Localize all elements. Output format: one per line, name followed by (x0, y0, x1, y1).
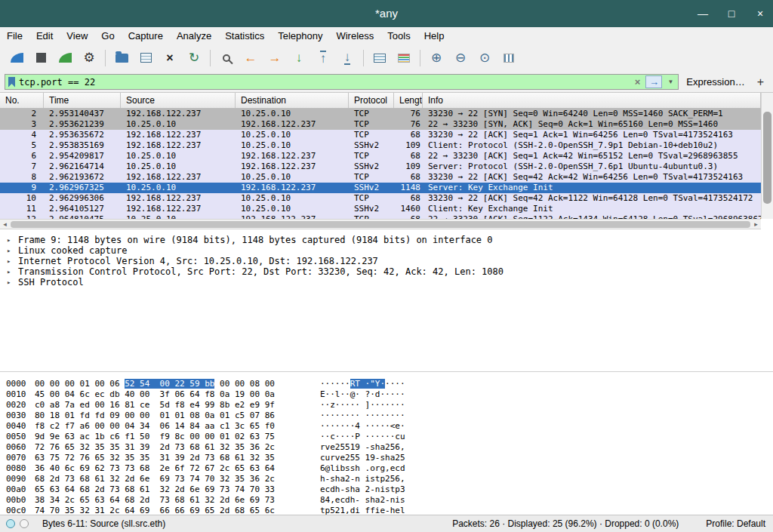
menu-wireless[interactable]: Wireless (329, 27, 380, 44)
hscroll-left-arrow-icon[interactable]: ◂ (0, 220, 10, 229)
menu-analyze[interactable]: Analyze (170, 27, 218, 44)
hex-bytes[interactable]: 38 34 2c 65 63 64 68 2d 73 68 61 32 2d 6… (35, 495, 300, 506)
detail-line-2[interactable]: ▸Linux cooked capture (0, 245, 773, 256)
expand-arrow-icon[interactable]: ▸ (7, 256, 11, 266)
vscrollbar-thumb[interactable] (763, 112, 771, 204)
packet-row-10[interactable]: 102.962996306192.168.122.23710.25.0.10TC… (0, 193, 761, 204)
hex-row-0050[interactable]: 00509d 9e 63 ac 1b c6 f1 50 f9 8c 00 00 … (0, 432, 773, 442)
zoom-out-icon[interactable]: ⊖ (449, 48, 472, 69)
menu-tools[interactable]: Tools (380, 27, 417, 44)
filter-add-button[interactable]: + (753, 75, 768, 89)
hex-ascii[interactable]: rve25519 -sha256, (320, 442, 405, 453)
column-header-length[interactable]: Length (394, 93, 423, 108)
title-bar[interactable]: *any — □ × (0, 0, 773, 27)
hex-ascii[interactable]: ······RT ·"Y····· (320, 379, 405, 389)
hex-ascii[interactable]: 84,ecdh- sha2-nis (320, 495, 405, 506)
hscroll-right-arrow-icon[interactable]: ▸ (751, 220, 761, 229)
menu-telephony[interactable]: Telephony (271, 27, 329, 44)
expand-arrow-icon[interactable]: ▸ (7, 235, 11, 245)
hex-ascii[interactable]: ··z····· ]······· (320, 400, 405, 411)
filter-dropdown-icon[interactable]: ▼ (666, 78, 675, 85)
packet-row-9[interactable]: 92.96296732510.25.0.10192.168.122.237SSH… (0, 183, 761, 193)
column-header-no[interactable]: No. (0, 93, 44, 108)
capture-start-icon[interactable] (5, 48, 28, 69)
file-close-icon[interactable]: × (159, 48, 181, 69)
go-last-icon[interactable]: ↓ (336, 48, 359, 69)
capture-options-icon[interactable]: ⚙ (78, 48, 100, 69)
hex-row-0060[interactable]: 006072 76 65 32 35 35 31 39 2d 73 68 61 … (0, 442, 773, 453)
hex-row-0080[interactable]: 008036 40 6c 69 62 73 73 68 2e 6f 72 67 … (0, 463, 773, 474)
column-header-source[interactable]: Source (121, 93, 236, 108)
hex-row-0020[interactable]: 0020c0 a8 7a ed 00 16 81 ce 5d f8 e4 99 … (0, 400, 773, 411)
reload-icon[interactable]: ↻ (183, 48, 205, 69)
packet-row-3[interactable]: 32.95362123910.25.0.10192.168.122.237TCP… (0, 119, 761, 130)
hex-row-0040[interactable]: 0040f8 c2 f7 a6 00 00 04 34 06 14 84 aa … (0, 421, 773, 432)
hex-row-0030[interactable]: 003080 18 01 fd fd 09 00 00 01 01 08 0a … (0, 411, 773, 421)
menu-capture[interactable]: Capture (122, 27, 170, 44)
menu-statistics[interactable]: Statistics (218, 27, 271, 44)
menu-go[interactable]: Go (94, 27, 121, 44)
auto-scroll-icon[interactable] (368, 48, 391, 69)
filter-text[interactable]: tcp.port == 22 (19, 77, 630, 88)
file-save-icon[interactable] (134, 48, 157, 69)
column-header-destination[interactable]: Destination (236, 93, 349, 108)
find-icon[interactable] (215, 48, 238, 69)
go-back-icon[interactable]: ← (239, 48, 262, 69)
capture-restart-icon[interactable] (54, 48, 76, 69)
hscrollbar-thumb[interactable] (11, 221, 750, 228)
packet-row-11[interactable]: 112.964105127192.168.122.23710.25.0.10SS… (0, 204, 761, 214)
menu-file[interactable]: File (0, 27, 29, 44)
column-header-time[interactable]: Time (44, 93, 121, 108)
packet-list-hscrollbar[interactable]: ◂ ▸ (0, 219, 761, 229)
packet-row-2[interactable]: 22.953140437192.168.122.23710.25.0.10TCP… (0, 109, 761, 119)
capture-stop-icon[interactable] (29, 48, 52, 69)
expand-arrow-icon[interactable]: ▸ (7, 277, 11, 288)
packet-list-vscrollbar[interactable] (761, 93, 773, 219)
hex-row-0090[interactable]: 009068 2d 73 68 61 32 2d 6e 69 73 74 70 … (0, 474, 773, 484)
minimize-button[interactable]: — (696, 8, 710, 20)
hex-ascii[interactable]: curve255 19-sha25 (320, 453, 405, 463)
hex-ascii[interactable]: 6@libssh .org,ecd (320, 463, 405, 474)
status-profile[interactable]: Profile: Default (706, 518, 765, 529)
hex-bytes[interactable]: 45 00 04 6c ec db 40 00 3f 06 64 f8 0a 1… (35, 389, 300, 400)
file-open-icon[interactable] (110, 48, 133, 69)
maximize-button[interactable]: □ (725, 8, 738, 20)
expression-button[interactable]: Expression… (683, 76, 747, 88)
hex-row-00a0[interactable]: 00a065 63 64 68 2d 73 68 61 32 2d 6e 69 … (0, 484, 773, 495)
expand-arrow-icon[interactable]: ▸ (7, 245, 11, 256)
zoom-original-icon[interactable]: ⊙ (473, 48, 496, 69)
hex-bytes[interactable]: 65 63 64 68 2d 73 68 61 32 2d 6e 69 73 7… (35, 484, 300, 495)
hex-bytes[interactable]: 72 76 65 32 35 35 31 39 2d 73 68 61 32 3… (35, 442, 300, 453)
packet-row-7[interactable]: 72.96216471410.25.0.10192.168.122.237SSH… (0, 161, 761, 172)
menu-view[interactable]: View (60, 27, 94, 44)
column-header-protocol[interactable]: Protocol (349, 93, 394, 108)
hex-bytes[interactable]: 9d 9e 63 ac 1b c6 f1 50 f9 8c 00 00 01 0… (35, 432, 300, 442)
detail-line-5[interactable]: ▸SSH Protocol (0, 277, 773, 288)
menu-help[interactable]: Help (417, 27, 451, 44)
hex-bytes[interactable]: 68 2d 73 68 61 32 2d 6e 69 73 74 70 32 3… (35, 474, 300, 484)
packet-row-8[interactable]: 82.962193672192.168.122.23710.25.0.10TCP… (0, 172, 761, 183)
hex-row-00b0[interactable]: 00b038 34 2c 65 63 64 68 2d 73 68 61 32 … (0, 495, 773, 506)
hex-bytes[interactable]: c0 a8 7a ed 00 16 81 ce 5d f8 e4 99 8b e… (35, 400, 300, 411)
hex-ascii[interactable]: h-sha2-n istp256, (320, 474, 405, 484)
display-filter-input[interactable]: tcp.port == 22 × → ▼ (5, 74, 679, 90)
hex-ascii[interactable]: ·······4 ·····<e· (320, 421, 405, 432)
hex-ascii[interactable]: ecdh-sha 2-nistp3 (320, 484, 405, 495)
go-forward-icon[interactable]: → (263, 48, 286, 69)
capture-comment-icon[interactable] (20, 519, 29, 528)
detail-line-1[interactable]: ▸Frame 9: 1148 bytes on wire (9184 bits)… (0, 235, 773, 245)
go-first-icon[interactable]: ↑ (312, 48, 334, 69)
hex-row-0000[interactable]: 000000 00 00 01 00 06 52 54 00 22 59 bb … (0, 379, 773, 389)
menu-edit[interactable]: Edit (29, 27, 60, 44)
hex-bytes[interactable]: 36 40 6c 69 62 73 73 68 2e 6f 72 67 2c 6… (35, 463, 300, 474)
go-to-packet-icon[interactable]: ↓ (288, 48, 310, 69)
hex-bytes[interactable]: f8 c2 f7 a6 00 00 04 34 06 14 84 aa c1 3… (35, 421, 300, 432)
filter-apply-icon[interactable]: → (645, 75, 662, 88)
filter-bookmark-icon[interactable] (8, 77, 15, 88)
expert-info-icon[interactable] (6, 519, 15, 528)
colorize-icon[interactable] (393, 48, 415, 69)
packet-row-5[interactable]: 52.953835169192.168.122.23710.25.0.10SSH… (0, 140, 761, 151)
hex-ascii[interactable]: ··c····P ······cu (320, 432, 405, 442)
hex-row-0010[interactable]: 001045 00 04 6c ec db 40 00 3f 06 64 f8 … (0, 389, 773, 400)
zoom-in-icon[interactable]: ⊕ (425, 48, 448, 69)
